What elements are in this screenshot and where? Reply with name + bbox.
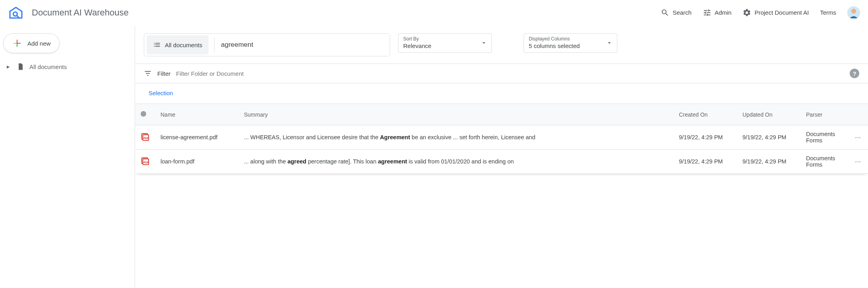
file-name: loan-form.pdf: [160, 158, 194, 165]
sidebar: Add new ▸ All documents: [0, 25, 135, 288]
svg-rect-4: [17, 40, 17, 42]
svg-rect-5: [18, 43, 21, 44]
created-on: 9/19/22, 4:29 PM: [673, 150, 737, 174]
svg-rect-9: [17, 42, 17, 43]
svg-text:PDF: PDF: [143, 136, 149, 139]
svg-point-3: [851, 9, 856, 13]
header-search-label: Search: [673, 9, 692, 16]
displayed-columns-label: Displayed Columns: [529, 36, 612, 42]
svg-rect-7: [14, 43, 16, 44]
search-box: All documents: [144, 33, 390, 56]
header-admin-label: Admin: [715, 9, 732, 16]
header-search-link[interactable]: Search: [661, 8, 692, 17]
app-header: Document AI Warehouse Search Admin Proje…: [0, 0, 868, 25]
column-name[interactable]: Name: [155, 104, 238, 125]
sidebar-all-documents-label: All documents: [29, 63, 67, 70]
add-new-button[interactable]: Add new: [3, 33, 60, 53]
gear-icon: [742, 8, 751, 17]
summary-text: ... along with the agreed percentage rat…: [244, 158, 668, 165]
svg-rect-6: [17, 44, 17, 47]
displayed-columns-value: 5 columns selected: [529, 42, 612, 49]
parser-name: Documents Forms: [800, 150, 848, 174]
svg-rect-11: [17, 44, 17, 44]
sort-by-value: Relevance: [403, 42, 487, 49]
avatar-icon: [847, 6, 860, 19]
column-actions: [848, 104, 868, 125]
caret-down-icon: [606, 39, 613, 46]
sort-by-label: Sort By: [403, 36, 487, 42]
file-name: license-agreement.pdf: [160, 134, 217, 140]
list-icon: [153, 41, 161, 49]
svg-text:PDF: PDF: [143, 161, 149, 163]
sort-by-dropdown[interactable]: Sort By Relevance: [398, 33, 492, 53]
header-project-link[interactable]: Project Document AI: [742, 8, 809, 17]
tab-selection[interactable]: Selection: [144, 83, 178, 104]
search-input[interactable]: [215, 34, 390, 56]
caret-down-icon: [480, 39, 487, 46]
user-avatar[interactable]: [847, 6, 860, 19]
filter-icon: [144, 69, 152, 77]
header-terms-label: Terms: [820, 9, 836, 16]
created-on: 9/19/22, 4:29 PM: [673, 125, 737, 150]
updated-on: 9/19/22, 4:29 PM: [737, 125, 800, 150]
document-icon: [17, 63, 25, 71]
column-select: [135, 104, 155, 125]
svg-point-0: [13, 12, 17, 16]
filter-input[interactable]: [176, 70, 844, 77]
table-row[interactable]: PDFlicense-agreement.pdf... WHEREAS, Lic…: [135, 125, 868, 150]
pdf-icon: PDF: [141, 132, 149, 141]
search-scope-selector[interactable]: All documents: [147, 35, 209, 54]
table-row[interactable]: PDFloan-form.pdf... along with the agree…: [135, 150, 868, 174]
svg-rect-8: [17, 43, 17, 44]
header-project-label: Project Document AI: [754, 9, 809, 16]
displayed-columns-dropdown[interactable]: Displayed Columns 5 columns selected: [524, 33, 617, 53]
svg-rect-12: [16, 43, 17, 44]
app-logo-icon: [8, 5, 24, 21]
svg-rect-10: [17, 43, 18, 44]
pdf-icon: PDF: [141, 157, 149, 165]
updated-on: 9/19/22, 4:29 PM: [737, 150, 800, 174]
main-content: All documents Sort By Relevance Displaye…: [135, 25, 868, 288]
sidebar-all-documents[interactable]: ▸ All documents: [3, 60, 131, 73]
column-parser[interactable]: Parser: [800, 104, 848, 125]
filter-bar: Filter ?: [135, 63, 868, 83]
filter-label: Filter: [157, 70, 170, 77]
summary-text: ... WHEREAS, Licensor and Licensee desir…: [244, 134, 668, 140]
column-created[interactable]: Created On: [673, 104, 737, 125]
add-new-label: Add new: [27, 40, 50, 47]
column-summary[interactable]: Summary: [238, 104, 673, 125]
tune-icon: [703, 8, 711, 17]
search-scope-label: All documents: [165, 42, 202, 48]
row-menu-button[interactable]: ⋯: [855, 134, 862, 140]
tree-caret-icon: ▸: [5, 63, 12, 70]
help-icon[interactable]: ?: [850, 69, 859, 78]
row-menu-button[interactable]: ⋯: [855, 158, 862, 165]
tabs: Selection: [135, 83, 868, 104]
header-terms-link[interactable]: Terms: [820, 9, 836, 16]
column-updated[interactable]: Updated On: [737, 104, 800, 125]
header-admin-link[interactable]: Admin: [703, 8, 732, 17]
parser-name: Documents Forms: [800, 125, 848, 150]
results-table: Name Summary Created On Updated On Parse…: [135, 104, 868, 174]
app-title: Document AI Warehouse: [32, 8, 129, 18]
plus-icon: [12, 38, 22, 48]
search-icon: [661, 8, 669, 17]
